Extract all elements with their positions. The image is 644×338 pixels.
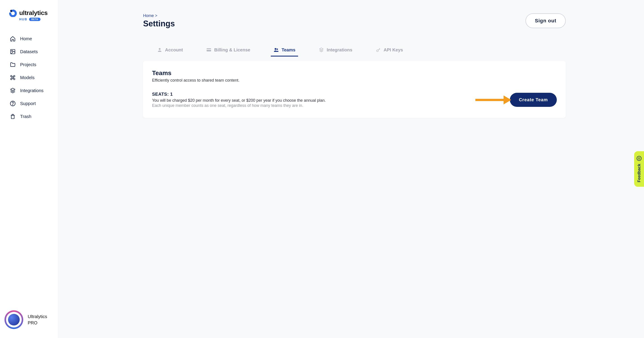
profile-plan: PRO — [28, 320, 47, 326]
sidebar-item-support[interactable]: Support — [0, 97, 58, 110]
people-icon — [274, 47, 279, 52]
svg-point-8 — [274, 48, 276, 50]
teams-subtitle: Efficiently control access to shared tea… — [152, 78, 557, 83]
sidebar-item-trash[interactable]: Trash — [0, 110, 58, 123]
feedback-tab[interactable]: Feedback — [634, 151, 644, 187]
image-icon — [10, 49, 16, 54]
feedback-label: Feedback — [637, 164, 642, 182]
svg-point-4 — [12, 104, 13, 105]
key-icon — [376, 47, 381, 52]
main-content: Home > Settings Sign out Account Billing… — [58, 0, 644, 338]
home-icon — [10, 36, 16, 42]
sidebar-item-home[interactable]: Home — [0, 32, 58, 45]
sidebar-item-label: Models — [20, 75, 34, 80]
tab-label: API Keys — [384, 48, 403, 52]
sidebar-item-label: Home — [20, 36, 32, 41]
sidebar-nav: Home Datasets Projects Models Integratio… — [0, 28, 58, 128]
brand-name: ultralytics — [19, 10, 48, 16]
profile-name: Ultralytics — [28, 314, 47, 320]
annotation-arrow — [476, 97, 511, 103]
breadcrumb-sep: > — [155, 14, 158, 18]
person-icon — [157, 47, 162, 52]
svg-point-11 — [637, 156, 641, 160]
brand-logo-icon — [9, 9, 17, 17]
svg-rect-7 — [206, 49, 211, 50]
svg-point-2 — [12, 50, 12, 52]
avatar — [4, 310, 23, 329]
svg-point-10 — [376, 50, 378, 52]
tab-teams[interactable]: Teams — [271, 44, 298, 56]
sign-out-button[interactable]: Sign out — [526, 14, 566, 28]
tab-account[interactable]: Account — [154, 44, 186, 56]
tab-label: Integrations — [327, 48, 352, 52]
breadcrumb-home[interactable]: Home — [143, 14, 154, 18]
sidebar-item-datasets[interactable]: Datasets — [0, 45, 58, 58]
tab-label: Account — [165, 48, 183, 52]
tab-label: Billing & License — [214, 48, 250, 52]
brand-badge: BETA — [29, 18, 40, 21]
sidebar-item-integrations[interactable]: Integrations — [0, 84, 58, 97]
svg-point-5 — [159, 48, 160, 50]
tab-integrations[interactable]: Integrations — [316, 44, 355, 56]
tab-billing[interactable]: Billing & License — [204, 44, 253, 56]
sidebar-item-label: Datasets — [20, 49, 38, 54]
layers-icon — [319, 47, 324, 52]
teams-card: Teams Efficiently control access to shar… — [143, 61, 566, 118]
svg-point-9 — [276, 48, 278, 50]
profile-block[interactable]: Ultralytics PRO — [0, 304, 58, 338]
sidebar-item-models[interactable]: Models — [0, 71, 58, 84]
seats-label: SEATS: 1 — [152, 92, 326, 97]
create-team-button[interactable]: Create Team — [510, 93, 557, 107]
seats-desc-2: Each unique member counts as one seat, r… — [152, 103, 326, 108]
layers-icon — [10, 88, 16, 94]
tab-label: Teams — [282, 48, 296, 52]
command-icon — [10, 75, 16, 80]
profile-text: Ultralytics PRO — [28, 314, 47, 326]
brand-sub: HUB — [19, 18, 27, 21]
trash-icon — [10, 114, 16, 119]
card-icon — [206, 47, 212, 52]
sidebar-item-label: Trash — [20, 114, 31, 119]
sidebar-item-projects[interactable]: Projects — [0, 58, 58, 71]
tab-apikeys[interactable]: API Keys — [373, 44, 406, 56]
svg-point-13 — [640, 158, 640, 158]
seats-desc-1: You will be charged $20 per month for ev… — [152, 98, 326, 103]
smile-icon — [636, 156, 642, 161]
sidebar-item-label: Projects — [20, 62, 36, 67]
help-icon — [10, 100, 16, 106]
breadcrumb: Home > — [143, 14, 175, 18]
sidebar-item-label: Support — [20, 101, 36, 106]
teams-title: Teams — [152, 70, 557, 77]
folder-icon — [10, 62, 16, 68]
sidebar: ultralytics HUB BETA Home Datasets Proje… — [0, 0, 58, 338]
logo-block[interactable]: ultralytics HUB BETA — [0, 0, 58, 28]
page-title: Settings — [143, 19, 175, 28]
sidebar-item-label: Integrations — [20, 88, 44, 93]
settings-tabs: Account Billing & License Teams Integrat… — [143, 44, 566, 56]
svg-point-12 — [638, 158, 639, 158]
